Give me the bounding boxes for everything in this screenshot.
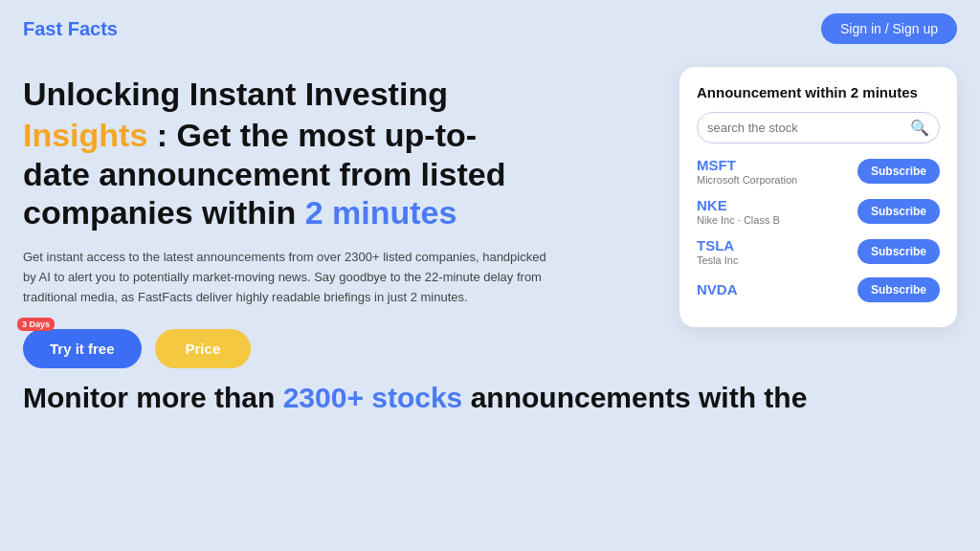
bottom-suffix: announcements with the [462, 382, 807, 413]
header: Fast Facts Sign in / Sign up [0, 0, 980, 57]
stock-info-tsla: TSLA Tesla Inc [697, 237, 738, 266]
subscribe-button-nke[interactable]: Subscribe [858, 199, 940, 224]
headline-line1: Unlocking Instant Investing [23, 75, 657, 114]
stock-info-nke: NKE Nike Inc · Class B [697, 197, 780, 226]
bottom-prefix: Monitor more than [23, 382, 283, 413]
headline-line3: date announcement from listed [23, 155, 657, 194]
hero-section: Unlocking Instant Investing Insights : G… [23, 67, 657, 368]
cta-row: 3 Days Try it free Price [23, 329, 657, 368]
try-free-button[interactable]: Try it free [23, 329, 142, 368]
stock-name-msft: Microsoft Corporation [697, 174, 797, 186]
headline-line2: Insights : Get the most up-to- [23, 116, 657, 155]
search-icon: 🔍 [910, 119, 929, 137]
headline-line4: companies within 2 minutes [23, 193, 657, 232]
search-box[interactable]: 🔍 [697, 112, 940, 143]
stock-item-tsla: TSLA Tesla Inc Subscribe [697, 237, 940, 266]
bottom-teaser: Monitor more than 2300+ stocks announcem… [0, 368, 980, 414]
headline-date-text: date announcement from listed [23, 156, 505, 192]
stock-item-nvda: NVDA Subscribe [697, 277, 940, 302]
stock-item-nke: NKE Nike Inc · Class B Subscribe [697, 197, 940, 226]
announcement-card: Announcement within 2 minutes 🔍 MSFT Mic… [679, 67, 957, 327]
price-button[interactable]: Price [155, 329, 252, 368]
hero-subtext: Get instant access to the latest announc… [23, 248, 559, 307]
card-title: Announcement within 2 minutes [697, 84, 940, 100]
subscribe-button-tsla[interactable]: Subscribe [858, 239, 940, 264]
bottom-teaser-text: Monitor more than 2300+ stocks announcem… [23, 382, 957, 414]
days-badge: 3 Days [17, 318, 55, 331]
headline-companies-text: companies within [23, 194, 305, 231]
main-content: Unlocking Instant Investing Insights : G… [0, 57, 980, 368]
search-input[interactable] [707, 121, 910, 135]
stock-info-msft: MSFT Microsoft Corporation [697, 157, 797, 186]
stock-name-tsla: Tesla Inc [697, 254, 738, 266]
subscribe-button-nvda[interactable]: Subscribe [858, 277, 940, 302]
subscribe-button-msft[interactable]: Subscribe [858, 159, 940, 184]
stock-ticker-tsla: TSLA [697, 237, 738, 253]
headline-middle: : Get the most up-to- [147, 117, 477, 153]
sign-in-button[interactable]: Sign in / Sign up [821, 13, 957, 44]
stock-ticker-nvda: NVDA [697, 281, 738, 298]
insights-word: Insights [23, 117, 147, 153]
stock-ticker-msft: MSFT [697, 157, 797, 173]
bottom-highlight: 2300+ stocks [283, 382, 463, 413]
minutes-word: 2 minutes [305, 194, 457, 231]
stock-ticker-nke: NKE [697, 197, 780, 213]
try-free-wrapper: 3 Days Try it free [23, 329, 142, 368]
stock-name-nke: Nike Inc · Class B [697, 214, 780, 226]
stock-item-msft: MSFT Microsoft Corporation Subscribe [697, 157, 940, 186]
logo: Fast Facts [23, 18, 118, 40]
stock-info-nvda: NVDA [697, 281, 738, 298]
